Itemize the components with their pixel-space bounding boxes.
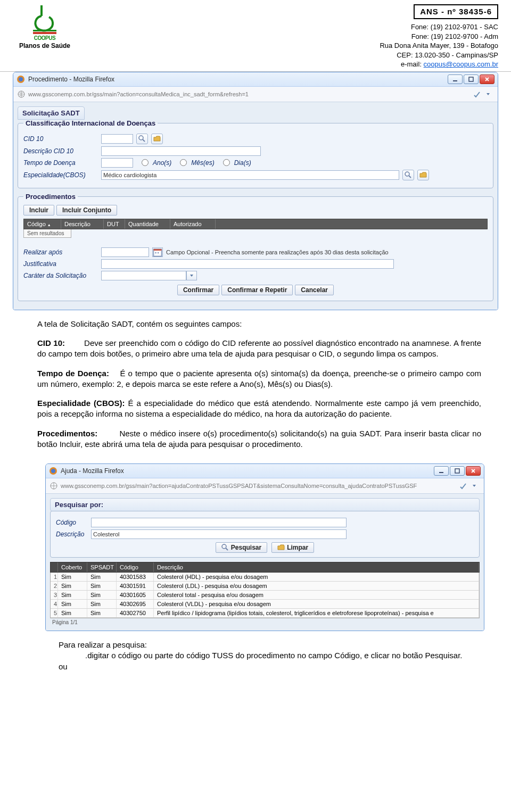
descricao-input[interactable] [91,529,347,539]
folder-icon [277,544,285,551]
intro-text: A tela de Solicitação SADT, contém os se… [37,319,481,329]
firefox-icon [49,467,57,475]
brush-icon[interactable] [473,90,481,98]
svg-rect-0 [40,5,43,16]
carater-select[interactable] [101,271,186,280]
close-button[interactable] [466,466,481,476]
table-row[interactable]: 2SimSim40301591Colesterol (LDL) - pesqui… [51,582,479,591]
cid10-clear-button[interactable] [151,134,163,144]
cid-legend: Classificação Internacional de Doenças [23,119,158,127]
table-row[interactable]: 1SimSim40301583Colesterol (HDL) - pesqui… [51,573,479,582]
cid10-input[interactable] [101,134,133,144]
cep-line: CEP: 13.020-350 - Campinas/SP [380,51,498,60]
calendar-icon [153,247,162,257]
cid10-block-label: CID 10: [37,338,65,347]
incluir-button[interactable]: Incluir [23,205,54,216]
pesquisar-button[interactable]: Pesquisar [216,542,267,553]
th-codigo[interactable]: Código▲ [24,219,61,229]
calendar-button[interactable] [152,247,163,257]
address-url[interactable]: www.gssconemp.com.br/gss/main?action=con… [28,91,470,97]
minimize-button[interactable] [448,74,463,84]
tempo-input[interactable] [101,158,133,168]
procedimentos-table-header: Código▲ Descrição DUT Quantidade Autoriz… [23,219,488,229]
search-icon [221,544,229,551]
phone-sac: Fone: (19) 2102-9701 - SAC [380,22,498,32]
svg-point-4 [19,77,23,81]
ans-number: ANS - nº 38435-6 [414,4,498,19]
procedimentos-legend: Procedimentos [23,193,78,201]
cid10-block-text: Deve ser preenchido com o código do CID … [37,338,481,358]
globe-icon [50,482,57,490]
desc-cid10-input[interactable] [101,146,261,156]
panel-title: Solicitação SADT [18,106,85,120]
th-coberto[interactable]: Coberto [58,562,87,572]
ajuda-window: Ajuda - Mozilla Firefox www.gssconemp.co… [45,463,484,631]
carater-label: Caráter da Solicitação [23,272,98,279]
svg-rect-11 [154,249,162,251]
espec-search-button[interactable] [402,170,414,180]
sort-asc-icon: ▲ [47,223,51,227]
procedimentos-fieldset: Procedimentos Incluir Incluir Conjunto C… [18,193,493,301]
firefox-icon [17,75,25,84]
address-url[interactable]: www.gssconemp.com.br/gss/main?action=aju… [61,483,456,489]
th-spsadt[interactable]: SPSADT [87,562,117,572]
cid10-label: CID 10 [23,135,98,143]
svg-point-9 [405,172,409,176]
footer-digitar: .digitar o código ou parte do código TUS… [85,650,481,661]
footer-ou: ou [59,661,481,672]
desc-cid10-label: Descrição CID 10 [23,147,98,155]
anos-radio[interactable] [142,159,149,166]
phone-adm: Fone: (19) 2102-9700 - Adm [380,32,498,42]
svg-point-15 [51,469,55,473]
maximize-button[interactable] [450,466,465,476]
th-quantidade[interactable]: Quantidade [125,219,170,229]
svg-rect-12 [155,252,156,253]
svg-rect-17 [455,469,459,473]
meses-radio[interactable] [180,159,187,166]
incluir-conjunto-button[interactable]: Incluir Conjunto [56,205,117,216]
minimize-button[interactable] [434,466,449,476]
justificativa-input[interactable] [101,259,394,269]
globe-icon [18,90,25,98]
svg-rect-16 [439,472,443,473]
th-descricao[interactable]: Descrição [61,219,104,229]
espec-input[interactable] [101,170,399,180]
table-row[interactable]: 4SimSim40302695Colesterol (VLDL) - pesqu… [51,600,479,609]
table-row[interactable]: 3SimSim40301605Colesterol total - pesqui… [51,591,479,600]
table-row[interactable]: 5SimSim40302750Perfil lipídico / lipidog… [51,609,479,618]
table-empty: Sem resultados [23,229,71,238]
cancelar-button[interactable]: Cancelar [295,285,334,295]
espec-clear-button[interactable] [417,170,429,180]
coopus-logo-icon [29,4,61,36]
chevron-down-icon [189,274,194,278]
confirmar-repetir-button[interactable]: Confirmar e Repetir [221,285,293,295]
th-descricao[interactable]: Descrição [154,562,479,572]
carater-dropdown-button[interactable] [186,271,197,280]
proc-block-text: Neste o médico insere o(s) procedimento(… [37,429,481,449]
brush-icon[interactable] [459,482,467,490]
email-link[interactable]: coopus@coopus.com.br [424,60,498,68]
espec-label: Especialidade(CBOS) [23,171,98,179]
search-icon [138,135,146,143]
dias-radio[interactable] [223,159,230,166]
svg-rect-13 [158,252,159,253]
svg-point-8 [139,136,143,140]
folder-icon [419,171,427,179]
codigo-input[interactable] [91,518,347,527]
th-codigo[interactable]: Código [117,562,154,572]
window-title: Procedimento - Mozilla Firefox [28,76,114,83]
address-dropdown[interactable] [469,482,480,490]
maximize-button[interactable] [464,74,479,84]
results-header: Coberto SPSADT Código Descrição [50,562,480,573]
th-autorizado[interactable]: Autorizado [170,219,216,229]
close-button[interactable] [480,74,494,84]
confirmar-button[interactable]: Confirmar [177,285,219,295]
company-contact-block: ANS - nº 38435-6 Fone: (19) 2102-9701 - … [380,4,498,69]
realizar-input[interactable] [101,247,149,257]
cid10-search-button[interactable] [136,134,148,144]
page-indicator: Página 1/1 [50,618,480,626]
email-line: e-mail: coopus@coopus.com.br [380,60,498,69]
limpar-button[interactable]: Limpar [271,542,314,553]
th-dut[interactable]: DUT [104,219,125,229]
address-dropdown[interactable] [483,90,493,98]
